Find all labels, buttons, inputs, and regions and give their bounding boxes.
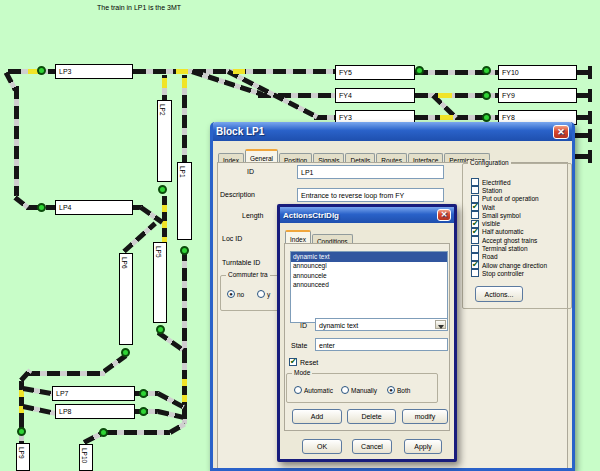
apply-button[interactable]: Apply [404,439,442,454]
track-curve [122,222,157,254]
state-label: State [291,342,307,349]
add-button[interactable]: Add [292,409,342,424]
list-item[interactable]: announcegl [291,262,447,272]
block-lp9[interactable]: LP9 [16,443,30,471]
route-indicator [182,78,187,88]
commuter-yes-radio[interactable]: y [257,290,270,298]
chevron-down-icon[interactable] [435,320,446,329]
track-switch[interactable] [157,391,185,409]
checkbox-terminal-station[interactable]: Terminal station [471,244,569,252]
ok-button[interactable]: OK [302,439,342,454]
configuration-group-label: Configuration [468,160,511,167]
block-lp10[interactable]: LP10 [79,444,93,471]
block-fy9[interactable]: FY9 [498,88,577,103]
checkbox-icon[interactable]: ✔ [471,228,479,236]
modify-button[interactable]: modify [402,409,448,424]
mode-manually-radio[interactable]: Manually [341,386,377,394]
checkbox-electrified[interactable]: Electrified [471,178,569,186]
signal-icon[interactable] [482,91,491,100]
checkbox-half-automatic[interactable]: ✔Half automatic [471,228,569,236]
dialog-titlebar[interactable]: Block LP1 ✕ [213,122,572,141]
track-switch[interactable] [23,386,53,396]
block-lp8[interactable]: LP8 [55,404,135,419]
radio-icon[interactable]: ● [387,386,395,394]
commuter-no-label: no [237,291,244,298]
block-fy4[interactable]: FY4 [335,88,415,103]
track-switch[interactable] [22,404,55,416]
configuration-group: Configuration Electrified Station Put ou… [462,163,572,309]
checkbox-icon[interactable]: ✔ [471,203,479,211]
cancel-button[interactable]: Cancel [352,439,392,454]
signal-icon[interactable] [121,348,130,357]
actions-listbox[interactable]: dynamic text announcegl announcele annou… [290,251,448,323]
reset-checkbox[interactable]: ✔ Reset [289,358,318,366]
block-lp3[interactable]: LP3 [55,64,133,79]
signal-icon[interactable] [139,389,148,398]
checkbox-icon[interactable]: ✔ [471,261,479,269]
checkbox-icon[interactable]: ✔ [289,358,297,366]
state-field[interactable]: enter [315,338,448,351]
list-item[interactable]: announceed [291,281,447,291]
signal-icon[interactable] [99,428,108,437]
id-field[interactable]: LP1 [297,165,444,179]
block-fy5[interactable]: FY5 [335,65,415,80]
signal-icon[interactable] [37,66,46,75]
length-label: Length [242,212,263,219]
mode-group: Mode Automatic Manually ● Both [286,373,438,403]
track-switch[interactable] [157,409,183,420]
block-lp6[interactable]: LP6 [119,253,133,345]
signal-icon[interactable] [482,66,491,75]
commuter-train-group-label: Commuter tra [226,272,270,279]
description-field[interactable]: Entrance to reverse loop from FY [297,188,444,202]
mode-both-radio[interactable]: ● Both [387,386,410,394]
signal-icon[interactable] [158,185,167,194]
dialog-title: Block LP1 [216,126,553,137]
radio-icon[interactable]: ● [227,290,235,298]
checkbox-icon[interactable] [471,236,479,244]
checkbox-road[interactable]: Road [471,253,569,261]
checkbox-put-out-of-operation[interactable]: Put out of operation [471,195,569,203]
checkbox-small-symbol[interactable]: Small symbol [471,211,569,219]
list-item[interactable]: announcele [291,271,447,281]
id-label: ID [300,322,307,329]
checkbox-accept-ghost-trains[interactable]: Accept ghost trains [471,236,569,244]
dialog-tab-strip: IndexGeneralPositionSignalsDetailsRoutes… [218,146,491,162]
block-lp4[interactable]: LP4 [55,200,133,215]
checkbox-icon[interactable] [471,186,479,194]
checkbox-station[interactable]: Station [471,186,569,194]
buffer-stop-icon [588,150,592,163]
actions-button[interactable]: Actions... [475,286,523,302]
id-combobox[interactable]: dynamic text [315,318,448,331]
dialog-titlebar[interactable]: ActionsCtrlDlg ✕ [280,207,454,223]
block-lp5[interactable]: LP5 [153,242,167,323]
block-lp1[interactable]: LP1 [177,162,192,240]
block-lp7[interactable]: LP7 [52,386,135,401]
signal-icon[interactable] [482,113,491,122]
checkbox-icon[interactable] [471,269,479,277]
close-icon[interactable]: ✕ [553,125,569,139]
checkbox-allow-change-direction[interactable]: ✔Allow change direction [471,261,569,269]
list-item[interactable]: dynamic text [291,252,447,262]
checkbox-visible[interactable]: ✔visible [471,219,569,227]
signal-icon[interactable] [139,407,148,416]
signal-icon[interactable] [17,427,26,436]
radio-icon[interactable] [341,386,349,394]
track-curve [4,71,18,91]
radio-icon[interactable] [294,386,302,394]
signal-icon[interactable] [37,203,46,212]
block-fy10[interactable]: FY10 [498,65,577,80]
commuter-no-radio[interactable]: ● no [227,290,244,298]
signal-icon[interactable] [180,246,189,255]
id-label: ID [247,168,254,175]
block-lp2[interactable]: LP2 [157,100,172,182]
checkbox-icon[interactable] [471,245,479,253]
radio-icon[interactable] [257,290,265,298]
signal-icon[interactable] [415,66,424,75]
mode-automatic-radio[interactable]: Automatic [294,386,333,394]
signal-icon[interactable] [156,325,165,334]
delete-button[interactable]: Delete [347,409,396,424]
checkbox-wait[interactable]: ✔Wait [471,203,569,211]
checkbox-icon[interactable] [471,178,479,186]
close-icon[interactable]: ✕ [437,209,451,221]
checkbox-stop-controller[interactable]: Stop controller [471,269,569,277]
